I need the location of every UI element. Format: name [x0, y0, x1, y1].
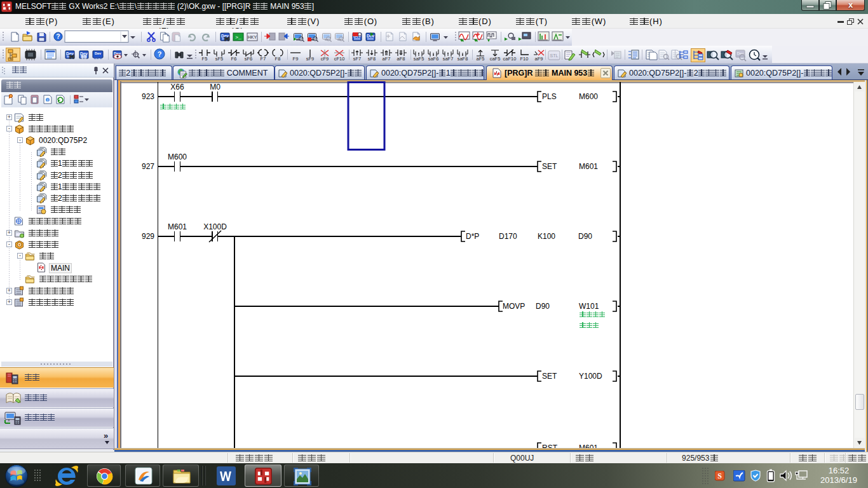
svg-text:HKY: HKY	[248, 35, 257, 39]
svg-text:Y100D: Y100D	[579, 372, 602, 381]
svg-text:aF5: aF5	[477, 56, 485, 62]
svg-text:cF9: cF9	[321, 56, 329, 62]
svg-text:M601: M601	[168, 222, 187, 231]
svg-text:X100D: X100D	[203, 222, 227, 231]
svg-text:STL: STL	[550, 53, 559, 58]
svg-text:?: ?	[158, 50, 162, 58]
svg-text:F9: F9	[293, 56, 299, 62]
svg-text:927: 927	[142, 162, 154, 171]
svg-text:W101: W101	[579, 302, 599, 311]
svg-text:aF8: aF8	[397, 56, 405, 62]
svg-text:D90: D90	[578, 232, 592, 241]
svg-text:sF8: sF8	[368, 56, 376, 62]
svg-text:>_: >_	[235, 34, 241, 40]
svg-text:aF7: aF7	[383, 56, 391, 62]
svg-text:D170: D170	[499, 232, 517, 241]
svg-text:SET: SET	[542, 162, 557, 171]
svg-text:MOVP: MOVP	[503, 302, 525, 311]
svg-text:caF5: caF5	[490, 56, 501, 62]
svg-text:saF5: saF5	[414, 56, 424, 62]
svg-text:D*P: D*P	[466, 232, 479, 241]
svg-text:PLS: PLS	[542, 92, 557, 101]
svg-text:sF7: sF7	[353, 56, 362, 62]
svg-text:F5: F5	[202, 56, 208, 62]
svg-text:aF9: aF9	[535, 56, 543, 62]
svg-text:CC-L: CC-L	[93, 56, 102, 60]
svg-text:F10: F10	[520, 56, 529, 62]
svg-text:M600: M600	[168, 152, 187, 161]
svg-text:F7: F7	[261, 56, 266, 62]
svg-text:M600: M600	[579, 92, 598, 101]
svg-text:M601: M601	[579, 444, 598, 448]
svg-text:K100: K100	[538, 232, 555, 241]
svg-text:RST: RST	[542, 444, 558, 448]
svg-text:sF6: sF6	[245, 56, 253, 62]
svg-text:D90: D90	[536, 302, 550, 311]
svg-text:923: 923	[142, 92, 154, 101]
svg-text:saF8: saF8	[458, 56, 468, 62]
svg-text:sF9: sF9	[306, 56, 315, 62]
svg-text:F6: F6	[231, 56, 237, 62]
svg-text:caF10: caF10	[503, 56, 517, 62]
svg-text:saF6: saF6	[428, 56, 439, 62]
svg-text:sF5: sF5	[215, 56, 224, 62]
svg-text:929: 929	[142, 232, 154, 241]
svg-text:M0: M0	[210, 83, 220, 92]
svg-text:SET: SET	[542, 372, 557, 381]
svg-text:Dev: Dev	[95, 51, 102, 55]
svg-text:saF7: saF7	[443, 56, 454, 62]
svg-text:cF10: cF10	[334, 56, 345, 62]
svg-text:S: S	[717, 471, 722, 480]
svg-text:M601: M601	[579, 162, 598, 171]
svg-text:X66: X66	[170, 83, 184, 92]
svg-text:F8: F8	[275, 56, 281, 62]
